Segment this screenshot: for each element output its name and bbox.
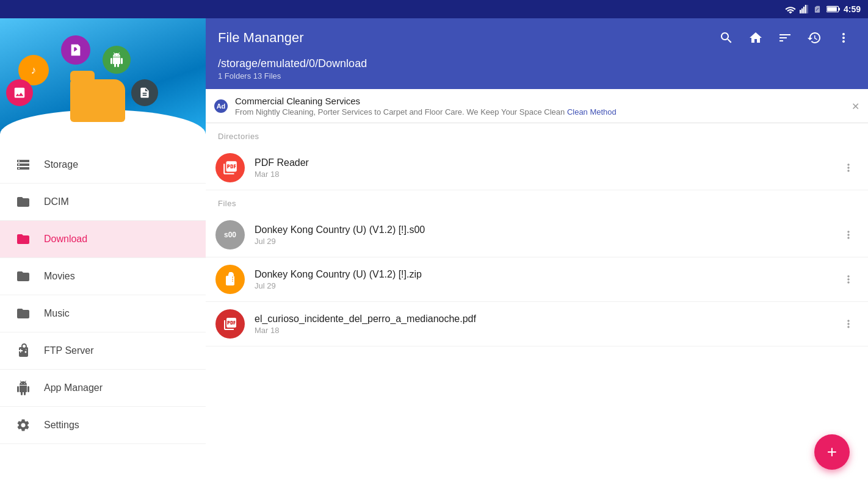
home-button[interactable]: [743, 26, 768, 50]
sidebar-item-download[interactable]: Download: [0, 221, 206, 258]
sidebar-item-settings[interactable]: Settings: [0, 407, 206, 444]
fab-add-button[interactable]: +: [814, 434, 850, 470]
pdf-reader-avatar: [215, 153, 245, 182]
video-bubble: [61, 35, 90, 65]
s00-file-date: Jul 29: [255, 237, 839, 246]
ad-description: From Nightly Cleaning, Porter Services t…: [235, 107, 858, 117]
search-button[interactable]: [714, 26, 739, 50]
app-bar: File Mananger: [206, 18, 868, 89]
svg-rect-1: [801, 9, 803, 13]
music-folder-icon: [15, 305, 32, 322]
svg-rect-3: [805, 5, 806, 13]
music-label: Music: [44, 308, 70, 319]
list-item[interactable]: Donkey Kong Country (U) (V1.2) [!].zip J…: [206, 257, 868, 302]
sim-icon: [812, 5, 823, 13]
sidebar-item-app-manager[interactable]: App Manager: [0, 370, 206, 407]
svg-rect-6: [839, 8, 840, 11]
ad-banner: Ad Commercial Cleaning Services From Nig…: [206, 89, 868, 123]
pdf-file-date: Mar 18: [255, 326, 839, 335]
sidebar-item-music[interactable]: Music: [0, 295, 206, 332]
ad-link[interactable]: Clean Method: [567, 107, 617, 117]
directories-section-header: Directories: [206, 123, 868, 146]
settings-label: Settings: [44, 420, 79, 431]
current-path: /storage/emulated/0/Download: [218, 57, 856, 70]
download-folder-icon: [15, 231, 32, 248]
ad-label: Ad: [214, 99, 228, 113]
storage-icon: [15, 156, 32, 173]
settings-icon: [15, 417, 32, 434]
signal-icon: [800, 5, 808, 13]
app-title: File Mananger: [218, 30, 304, 46]
svg-rect-2: [803, 7, 805, 13]
download-label: Download: [44, 234, 87, 245]
battery-icon: [826, 5, 840, 13]
files-section-header: Files: [206, 190, 868, 213]
list-item[interactable]: PDF Reader Mar 18: [206, 146, 868, 190]
pdf-reader-date: Mar 18: [255, 170, 839, 179]
pdf-file-info: el_curioso_incidente_del_perro_a_mediano…: [255, 314, 839, 335]
svg-rect-4: [807, 5, 808, 13]
sidebar-item-storage[interactable]: Storage: [0, 146, 206, 184]
dcim-folder-icon: [15, 193, 32, 210]
list-item[interactable]: s00 Donkey Kong Country (U) (V1.2) [!].s…: [206, 213, 868, 257]
history-button[interactable]: [802, 26, 826, 50]
dcim-label: DCIM: [44, 196, 69, 207]
pdf-reader-name: PDF Reader: [255, 157, 839, 168]
movies-folder-icon: [15, 268, 32, 285]
app-manager-icon: [15, 379, 32, 396]
path-meta: 1 Folders 13 Files: [218, 71, 856, 81]
file-bubble: [131, 79, 158, 106]
s00-file-info: Donkey Kong Country (U) (V1.2) [!].s00 J…: [255, 224, 839, 246]
sidebar-header: ♪: [0, 18, 206, 146]
pdf-reader-info: PDF Reader Mar 18: [255, 157, 839, 179]
svg-rect-7: [827, 7, 837, 11]
ad-title: Commercial Cleaning Services: [235, 96, 858, 106]
app-bar-actions: [714, 26, 856, 50]
app-manager-label: App Manager: [44, 382, 103, 393]
s00-file-avatar: s00: [215, 220, 245, 249]
app-bar-path: /storage/emulated/0/Download 1 Folders 1…: [218, 57, 856, 89]
s00-file-name: Donkey Kong Country (U) (V1.2) [!].s00: [255, 224, 839, 235]
list-item[interactable]: el_curioso_incidente_del_perro_a_mediano…: [206, 302, 868, 346]
ad-close-button[interactable]: ✕: [852, 100, 859, 112]
android-bubble: [103, 46, 131, 74]
movies-label: Movies: [44, 271, 75, 282]
s00-file-more-button[interactable]: [839, 225, 858, 245]
right-panel: File Mananger: [206, 18, 868, 488]
status-bar: 4:59: [0, 0, 868, 18]
storage-label: Storage: [44, 159, 78, 170]
sidebar-item-dcim[interactable]: DCIM: [0, 184, 206, 221]
sidebar-item-movies[interactable]: Movies: [0, 258, 206, 295]
sidebar-item-ftp-server[interactable]: FTP Server: [0, 332, 206, 370]
zip-file-avatar: [215, 265, 245, 294]
folder-illustration: [70, 79, 125, 122]
pdf-reader-more-button[interactable]: [839, 158, 858, 178]
sort-button[interactable]: [773, 26, 797, 50]
sidebar: ♪ Storage: [0, 18, 206, 488]
status-icons: 4:59: [785, 4, 861, 14]
pdf-file-name: el_curioso_incidente_del_perro_a_mediano…: [255, 314, 839, 325]
app-bar-top: File Mananger: [218, 18, 856, 57]
zip-file-more-button[interactable]: [839, 270, 858, 289]
status-time: 4:59: [844, 4, 861, 14]
main-layout: ♪ Storage: [0, 18, 868, 488]
wifi-icon: [785, 5, 796, 13]
zip-file-name: Donkey Kong Country (U) (V1.2) [!].zip: [255, 269, 839, 280]
ftp-icon: [15, 342, 32, 359]
more-button[interactable]: [831, 26, 856, 50]
svg-rect-0: [800, 10, 801, 13]
photo-bubble: [6, 79, 33, 106]
zip-file-info: Donkey Kong Country (U) (V1.2) [!].zip J…: [255, 269, 839, 290]
ftp-server-label: FTP Server: [44, 345, 94, 356]
file-list: Directories PDF Reader Mar 18 Files: [206, 123, 868, 488]
pdf-file-more-button[interactable]: [839, 314, 858, 334]
pdf-file-avatar: [215, 309, 245, 339]
zip-file-date: Jul 29: [255, 281, 839, 290]
sidebar-nav: Storage DCIM Download M: [0, 146, 206, 488]
